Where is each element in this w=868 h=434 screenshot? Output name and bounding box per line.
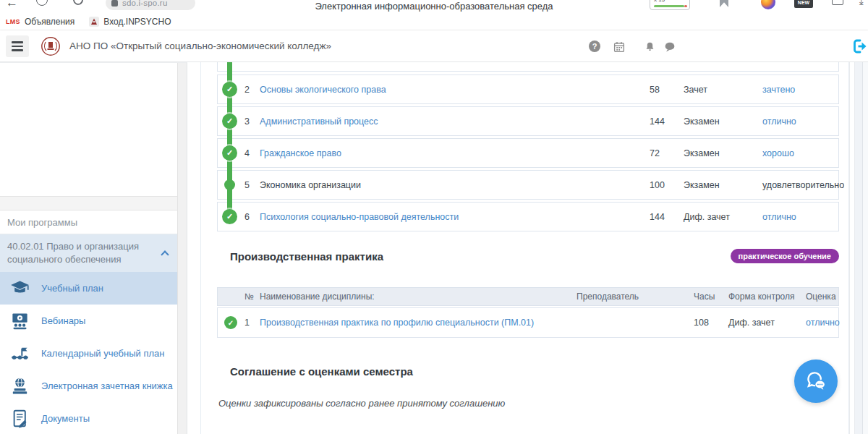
emblem-favicon-icon xyxy=(89,17,99,27)
new-badge-icon[interactable]: NEW xyxy=(794,0,813,8)
practice-table-header: № Наименование дисциплины: Преподаватель… xyxy=(217,287,839,306)
table-row-partial xyxy=(217,62,839,72)
sidebar-item-documents[interactable]: Документы xyxy=(0,402,178,434)
practice-table-row: 1 Производственная практика по профилю с… xyxy=(217,307,839,338)
page-body: Мои программы 40.02.01 Право и организац… xyxy=(0,62,868,434)
discipline-link[interactable]: Основы экологического права xyxy=(260,85,386,95)
webinar-icon xyxy=(10,311,30,331)
content-scrollbar[interactable] xyxy=(849,62,855,434)
check-circle-icon xyxy=(222,114,237,129)
college-logo xyxy=(41,36,61,56)
logout-icon[interactable] xyxy=(851,38,868,55)
milestones-icon xyxy=(10,344,30,363)
table-row: 4 Гражданское право 72 Экзамен хорошо xyxy=(217,138,839,168)
discipline-label: Экономика организации xyxy=(260,180,361,190)
main-content: 2 Основы экологического права 58 Зачет з… xyxy=(187,62,868,434)
table-row: 2 Основы экологического права 58 Зачет з… xyxy=(217,75,839,104)
practice-discipline-link[interactable]: Производственная практика по профилю спе… xyxy=(260,318,534,328)
table-row: 3 Административный процесс 144 Экзамен о… xyxy=(217,106,839,136)
app-header: АНО ПО «Открытый социально-экономический… xyxy=(0,30,868,62)
agreement-note: Оценки зафиксированы согласно ранее прин… xyxy=(218,398,505,409)
download-icon[interactable]: ⤓ xyxy=(859,0,864,7)
chat-icon[interactable] xyxy=(663,41,676,54)
bell-icon[interactable] xyxy=(644,41,656,54)
table-row: 5 Экономика организации 100 Экзамен удов… xyxy=(217,170,839,200)
check-circle-icon xyxy=(222,209,237,224)
support-chat-fab[interactable] xyxy=(794,359,838,403)
practice-badge: практическое обучение xyxy=(731,249,839,263)
sidebar-item-study-plan[interactable]: Учебный план xyxy=(0,272,178,305)
graduation-cap-icon xyxy=(10,278,30,298)
window-scrollbar[interactable] xyxy=(862,62,868,434)
globe-books-icon xyxy=(10,376,30,396)
share-icon[interactable] xyxy=(832,0,843,5)
sidebar-item-webinars[interactable]: Вебинары xyxy=(0,305,178,337)
document-pen-icon xyxy=(10,409,30,428)
browser-toolbar: ← sdo.i-spo.ru Электронная информационно… xyxy=(0,0,868,13)
agreement-section-title: Соглашение с оценками семестра xyxy=(230,365,413,378)
bookmark-inpsycho[interactable]: Вход.INPSYCHO xyxy=(89,17,171,27)
chat-bubbles-icon xyxy=(803,368,829,394)
help-icon[interactable]: ? xyxy=(589,41,600,52)
grade-link[interactable]: отлично xyxy=(806,318,840,328)
semester-table: 2 Основы экологического права 58 Зачет з… xyxy=(217,62,839,233)
check-circle-icon xyxy=(224,316,237,329)
discipline-link[interactable]: Гражданское право xyxy=(260,148,341,158)
menu-toggle-button[interactable] xyxy=(6,35,29,57)
sidebar-item-calendar-plan[interactable]: Календарный учебный план xyxy=(0,337,178,370)
sidebar-program-item[interactable]: 40.02.01 Право и организация социального… xyxy=(0,234,178,272)
check-circle-icon xyxy=(222,145,237,161)
discipline-link[interactable]: Психология социально-правовой деятельнос… xyxy=(260,212,459,222)
extension-progress-bar xyxy=(654,5,684,7)
sidebar-divider-band xyxy=(0,196,178,210)
dot-circle-icon xyxy=(224,179,235,190)
browser-tab-title: Электронная информационно-образовательна… xyxy=(0,1,868,12)
sidebar-section-label: Мои программы xyxy=(0,210,178,234)
calendar-icon[interactable] xyxy=(613,41,626,54)
grade-link[interactable]: отлично xyxy=(762,212,796,222)
practice-section-title: Производственная практика xyxy=(230,250,383,263)
discipline-link[interactable]: Административный процесс xyxy=(260,116,378,127)
bookmark-announcements[interactable]: LMS Объявления xyxy=(6,17,75,27)
lms-favicon-icon: LMS xyxy=(6,18,20,25)
sidebar-scrollbar[interactable] xyxy=(177,63,187,434)
chevron-up-icon xyxy=(161,250,169,258)
sidebar: Мои программы 40.02.01 Право и организац… xyxy=(0,62,187,434)
grade-link[interactable]: зачтено xyxy=(762,85,795,95)
grade-link[interactable]: хорошо xyxy=(762,148,794,158)
extension-badge[interactable]: x 15 xyxy=(650,0,690,10)
check-circle-icon xyxy=(222,82,237,97)
grade-link[interactable]: отлично xyxy=(762,116,796,127)
college-name: АНО ПО «Открытый социально-экономический… xyxy=(69,41,331,51)
grade-label: удовлетворительно xyxy=(762,180,844,190)
screen: ← sdo.i-spo.ru Электронная информационно… xyxy=(0,0,868,434)
bookmarks-bar: LMS Объявления Вход.INPSYCHO xyxy=(0,13,868,30)
table-row: 6 Психология социально-правовой деятельн… xyxy=(217,202,839,231)
sidebar-item-gradebook[interactable]: Электронная зачетная книжка xyxy=(0,370,178,402)
